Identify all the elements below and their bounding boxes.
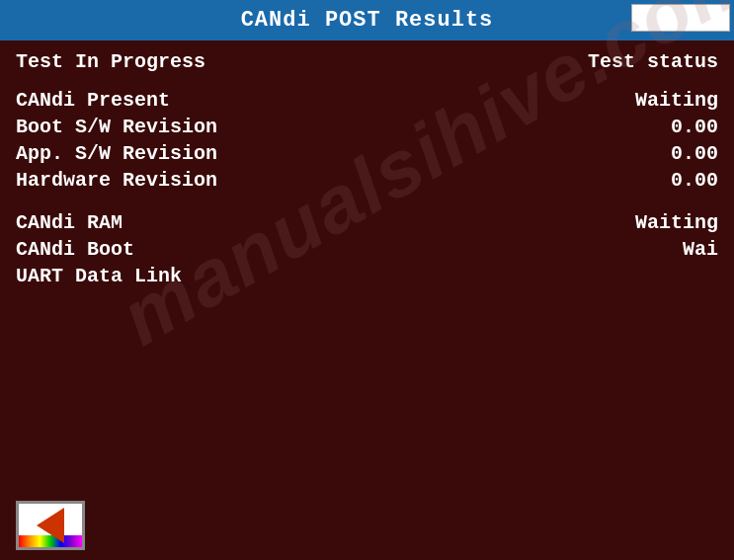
data-group-1: CANdi Present Waiting Boot S/W Revision … — [16, 89, 718, 192]
spacer — [16, 196, 718, 211]
title-text: CANdi POST Results — [241, 8, 494, 33]
header-col2: Test status — [588, 50, 718, 73]
row-value: Waiting — [600, 211, 718, 234]
row-value — [600, 265, 718, 287]
table-row: Hardware Revision 0.00 — [16, 169, 718, 192]
back-button[interactable] — [16, 501, 85, 550]
row-value: Wai — [600, 238, 718, 261]
table-row: App. S/W Revision 0.00 — [16, 142, 718, 165]
footer — [0, 491, 734, 560]
row-label: Boot S/W Revision — [16, 116, 217, 138]
table-row: CANdi RAM Waiting — [16, 211, 718, 234]
top-right-box — [631, 4, 730, 32]
data-group-2: CANdi RAM Waiting CANdi Boot Wai UART Da… — [16, 211, 718, 287]
table-row: Boot S/W Revision 0.00 — [16, 116, 718, 138]
title-bar: CANdi POST Results — [0, 0, 734, 40]
row-label: CANdi Boot — [16, 238, 134, 261]
row-value: 0.00 — [600, 169, 718, 192]
screen: CANdi POST Results manualsihive.com Test… — [0, 0, 734, 560]
table-row: CANdi Present Waiting — [16, 89, 718, 112]
row-label: Hardware Revision — [16, 169, 217, 192]
header-col1: Test In Progress — [16, 50, 205, 73]
content-area: manualsihive.com Test In Progress Test s… — [0, 40, 734, 491]
row-label: App. S/W Revision — [16, 142, 217, 165]
header-row: Test In Progress Test status — [16, 50, 718, 73]
row-label: UART Data Link — [16, 265, 182, 287]
row-label: CANdi RAM — [16, 211, 122, 234]
row-value: 0.00 — [600, 116, 718, 138]
table-row: UART Data Link — [16, 265, 718, 287]
row-value: Waiting — [600, 89, 718, 112]
row-value: 0.00 — [600, 142, 718, 165]
row-label: CANdi Present — [16, 89, 170, 112]
table-row: CANdi Boot Wai — [16, 238, 718, 261]
back-arrow-icon — [37, 508, 64, 543]
